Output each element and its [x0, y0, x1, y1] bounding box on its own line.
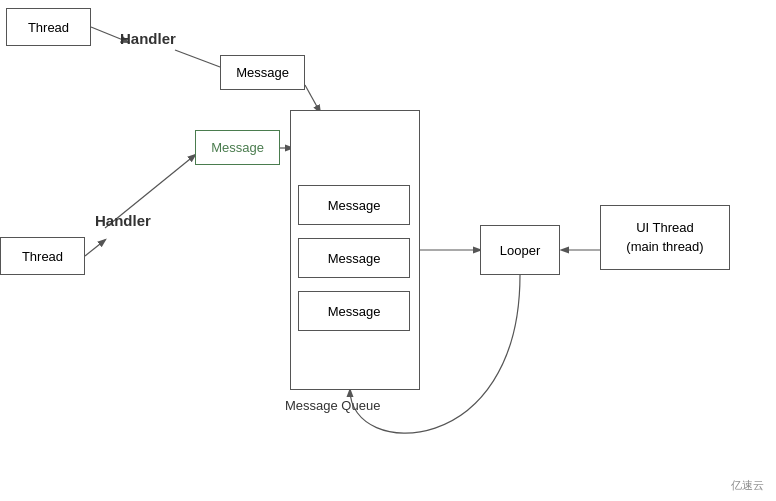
message-middle-box: Message [195, 130, 280, 165]
handler1-label: Handler [120, 30, 176, 47]
watermark: 亿速云 [731, 478, 764, 493]
ui-thread-label: UI Thread (main thread) [626, 219, 703, 255]
mq-msg3-label: Message [328, 304, 381, 319]
handler2-label: Handler [95, 212, 151, 229]
thread2-label: Thread [22, 249, 63, 264]
looper-label: Looper [500, 243, 540, 258]
thread1-box: Thread [6, 8, 91, 46]
diagram-container: Thread Handler Message Message Message M… [0, 0, 776, 501]
mq-msg2-label: Message [328, 251, 381, 266]
svg-line-3 [85, 240, 105, 256]
thread2-box: Thread [0, 237, 85, 275]
thread1-label: Thread [28, 20, 69, 35]
mq-msg2-box: Message [298, 238, 410, 278]
mq-msg3-box: Message [298, 291, 410, 331]
svg-line-2 [305, 85, 320, 112]
message-queue-label: Message Queue [285, 398, 380, 413]
message-top-label: Message [236, 65, 289, 80]
mq-msg1-box: Message [298, 185, 410, 225]
message-middle-label: Message [211, 140, 264, 155]
looper-box: Looper [480, 225, 560, 275]
message-top-box: Message [220, 55, 305, 90]
mq-msg1-label: Message [328, 198, 381, 213]
ui-thread-box: UI Thread (main thread) [600, 205, 730, 270]
